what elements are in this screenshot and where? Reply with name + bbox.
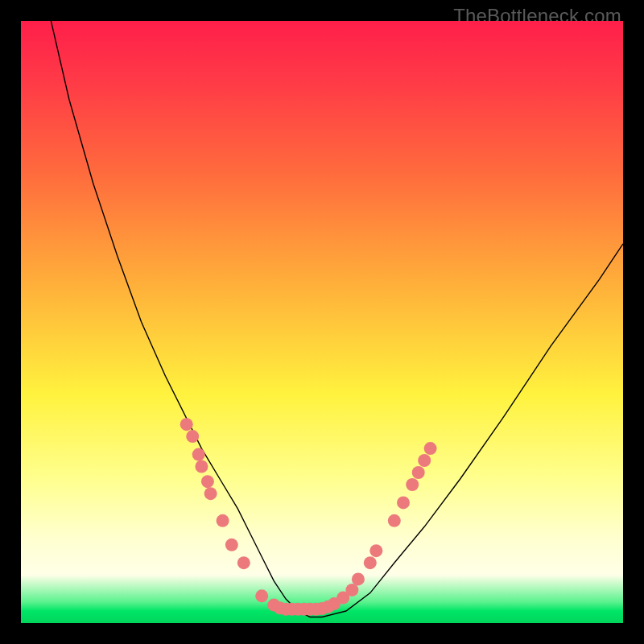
data-marker: [369, 544, 382, 557]
data-marker: [364, 556, 377, 569]
data-marker: [204, 487, 217, 500]
data-marker: [424, 442, 437, 455]
data-marker: [180, 418, 193, 431]
data-marker: [397, 496, 410, 509]
data-marker: [225, 539, 238, 551]
data-marker: [255, 589, 268, 602]
marker-group: [180, 418, 437, 616]
chart-plot-area: [21, 21, 623, 623]
data-marker: [192, 448, 205, 461]
data-marker: [388, 514, 401, 527]
data-marker: [186, 430, 199, 443]
data-marker: [406, 478, 419, 491]
data-marker: [418, 454, 431, 467]
data-marker: [195, 460, 208, 473]
bottleneck-curve: [51, 21, 623, 617]
data-marker: [237, 556, 250, 569]
data-marker: [345, 584, 358, 597]
chart-svg-layer: [21, 21, 623, 623]
data-marker: [201, 475, 214, 488]
data-marker: [352, 572, 365, 585]
data-marker: [412, 466, 425, 479]
data-marker: [217, 514, 229, 527]
